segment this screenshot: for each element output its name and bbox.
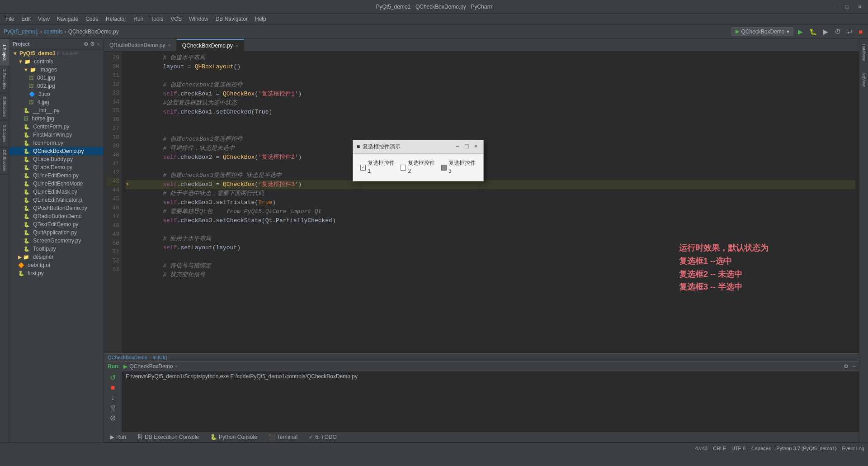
bottom-settings-icon[interactable]: ⚙ <box>844 363 849 370</box>
python-version[interactable]: Python 3.7 (PyQt5_demo1) <box>776 446 836 451</box>
tab-qradiobuttondemo[interactable]: QRadioButtonDemo.py × <box>104 39 177 51</box>
tree-qtexteditdemo[interactable]: 🐍 QTextEditDemo.py <box>9 220 104 228</box>
tree-qradiobuttondemo[interactable]: 🐍 QRadioButtonDemo <box>9 212 104 220</box>
run-name-close[interactable]: × <box>175 363 178 370</box>
bc-class[interactable]: QCheckBoxDemo <box>108 355 147 360</box>
tree-first-py[interactable]: 🐍 first.py <box>9 269 104 277</box>
profile-button[interactable]: ⏱ <box>833 27 843 36</box>
menu-window[interactable]: Window <box>185 15 212 23</box>
tree-002jpg[interactable]: 🖼 002.jpg <box>9 82 104 90</box>
sidebar-tab-dbbrowser[interactable]: DB Browser <box>0 147 9 175</box>
checkbox-1-box[interactable]: ✓ <box>360 165 366 171</box>
tree-quitapplication[interactable]: 🐍 QuitApplication.py <box>9 228 104 237</box>
tree-debnfg-ui[interactable]: 🔶 debnfg.ui <box>9 261 104 269</box>
run-button[interactable]: ▶ <box>796 27 805 36</box>
checkbox-3-box[interactable] <box>441 165 447 171</box>
checkbox-2-box[interactable] <box>401 165 406 171</box>
float-dialog[interactable]: ■ 复选框控件演示 − □ × ✓ 复选框控件1 <box>353 140 484 181</box>
tree-qlabeldemo[interactable]: 🐍 QLabelDemo.py <box>9 163 104 171</box>
indent-style[interactable]: 4 spaces <box>751 446 771 451</box>
menu-tools[interactable]: Tools <box>147 15 167 23</box>
line-ending[interactable]: CRLF <box>713 446 726 451</box>
tree-4jpg[interactable]: 🖼 4.jpg <box>9 98 104 106</box>
code-content[interactable]: # 创建水平布局 layout = QHBoxLayout() # 创建chec… <box>122 52 859 353</box>
tree-qlineeditdemo[interactable]: 🐍 QLineEditDemo.py <box>9 171 104 180</box>
menu-view[interactable]: View <box>34 15 53 23</box>
stop-button[interactable]: ■ <box>857 27 864 36</box>
tree-qlineeditvalidator[interactable]: 🐍 QLineEditValidator.p <box>9 196 104 204</box>
tree-centerform[interactable]: 🐍 CenterForm.py <box>9 123 104 131</box>
tab-python-console[interactable]: 🐍 Python Console <box>206 432 262 442</box>
right-tab-database[interactable]: Database <box>859 39 868 66</box>
menu-code[interactable]: Code <box>82 15 102 23</box>
encoding[interactable]: UTF-8 <box>731 446 745 451</box>
tree-firstmainwin[interactable]: 🐍 FirstMainWin.py <box>9 131 104 139</box>
menu-run[interactable]: Run <box>130 15 147 23</box>
menu-refactor[interactable]: Refactor <box>102 15 130 23</box>
cursor-position[interactable]: 43:43 <box>695 446 708 451</box>
concurrency-diagram[interactable]: ⇄ <box>845 27 854 36</box>
dialog-close-btn[interactable]: × <box>472 142 480 152</box>
close-qcheckboxdemo-tab[interactable]: × <box>236 43 238 48</box>
tree-qlineditechomode[interactable]: 🐍 QLineEditEchoMode <box>9 180 104 188</box>
menu-file[interactable]: File <box>2 15 18 23</box>
tab-qcheckboxdemo[interactable]: QCheckBoxDemo.py × <box>177 39 244 51</box>
breadcrumb-file[interactable]: QCheckBoxDemo.py <box>68 29 119 35</box>
sidebar-tab-favorites[interactable]: 2:Favorites <box>0 66 9 93</box>
stop-button-bottom[interactable]: ■ <box>111 384 115 392</box>
right-tab-sciview[interactable]: SciView <box>859 66 868 93</box>
bottom-minimize-icon[interactable]: − <box>852 363 855 370</box>
run-configuration[interactable]: ▶ QCheckBoxDemo ▾ <box>731 27 793 36</box>
print-button[interactable]: 🖨 <box>109 404 117 412</box>
tree-controls-folder[interactable]: ▼ 📁 controls <box>9 57 104 66</box>
tree-tooltip[interactable]: 🐍 Tooltip.py <box>9 245 104 253</box>
dialog-maximize-btn[interactable]: □ <box>463 142 470 152</box>
close-button[interactable]: × <box>855 2 864 11</box>
sidebar-tab-scopes[interactable]: S:Scopes <box>0 120 9 147</box>
tree-horse-jpg[interactable]: 🖼 horse.jpg <box>9 114 104 123</box>
tree-qcheckboxdemo[interactable]: 🐍 QCheckBoxDemo.py <box>9 147 104 155</box>
scroll-to-end[interactable]: ↓ <box>111 394 115 402</box>
bc-method[interactable]: initUI() <box>153 355 167 360</box>
tab-terminal[interactable]: ⬛ Terminal <box>264 432 302 442</box>
tree-3ico[interactable]: 🔷 3.ico <box>9 90 104 98</box>
debug-button[interactable]: 🐛 <box>807 27 819 36</box>
breadcrumb-folder[interactable]: controls <box>44 29 63 35</box>
rerun-button[interactable]: ↺ <box>110 373 116 382</box>
minimize-button[interactable]: − <box>830 2 839 11</box>
code-line-51 <box>126 252 855 262</box>
sidebar-tab-structure[interactable]: S:Structure <box>0 93 9 120</box>
tree-root[interactable]: ▼ PyQt5_demo1 E:\code\P <box>9 49 104 57</box>
sidebar-tab-project[interactable]: 1:Project <box>0 39 9 66</box>
menu-vcs[interactable]: VCS <box>167 15 185 23</box>
close-qradiobuttondemo-tab[interactable]: × <box>168 43 170 48</box>
tree-designer-folder[interactable]: ▶ 📁 designer <box>9 253 104 261</box>
tab-run[interactable]: ▶ Run <box>106 432 131 442</box>
event-log-btn[interactable]: Event Log <box>842 446 864 451</box>
checkbox-item-3[interactable]: 复选框控件3 <box>441 159 476 176</box>
settings-icon[interactable]: ⚙ <box>90 41 95 47</box>
menu-db-navigator[interactable]: DB Navigator <box>212 15 251 23</box>
checkbox-item-2[interactable]: 复选框控件2 <box>401 159 435 176</box>
dialog-minimize-btn[interactable]: − <box>454 142 461 152</box>
tree-images-folder[interactable]: ▼ 📁 images <box>9 66 104 74</box>
tree-qlineeditmask[interactable]: 🐍 QLineEditMask.py <box>9 188 104 196</box>
add-icon[interactable]: ⊕ <box>84 41 88 47</box>
maximize-button[interactable]: □ <box>842 2 851 11</box>
tree-001jpg[interactable]: 🖼 001.jpg <box>9 74 104 82</box>
breadcrumb-project[interactable]: PyQt5_demo1 <box>4 29 38 35</box>
tree-qpushbuttondemo[interactable]: 🐍 QPushButtonDemo.py <box>9 204 104 212</box>
tree-qlabelbuddy[interactable]: 🐍 QLabelBuddy.py <box>9 155 104 163</box>
run-with-coverage[interactable]: ▶ <box>821 27 830 36</box>
menu-edit[interactable]: Edit <box>18 15 34 23</box>
clear-button[interactable]: ⊘ <box>110 414 116 422</box>
tab-db-execution[interactable]: 🗄 DB Execution Console <box>133 432 204 442</box>
menu-help[interactable]: Help <box>251 15 270 23</box>
menu-navigate[interactable]: Navigate <box>53 15 82 23</box>
tree-iconform[interactable]: 🐍 IconForm.py <box>9 139 104 147</box>
tree-init-py[interactable]: 🐍 __init__.py <box>9 106 104 114</box>
tree-screengeometry[interactable]: 🐍 ScreenGeometry.py <box>9 237 104 245</box>
collapse-icon[interactable]: − <box>97 41 100 47</box>
tab-todo[interactable]: ✓ 6: TODO <box>304 432 342 442</box>
checkbox-item-1[interactable]: ✓ 复选框控件1 <box>360 159 395 176</box>
